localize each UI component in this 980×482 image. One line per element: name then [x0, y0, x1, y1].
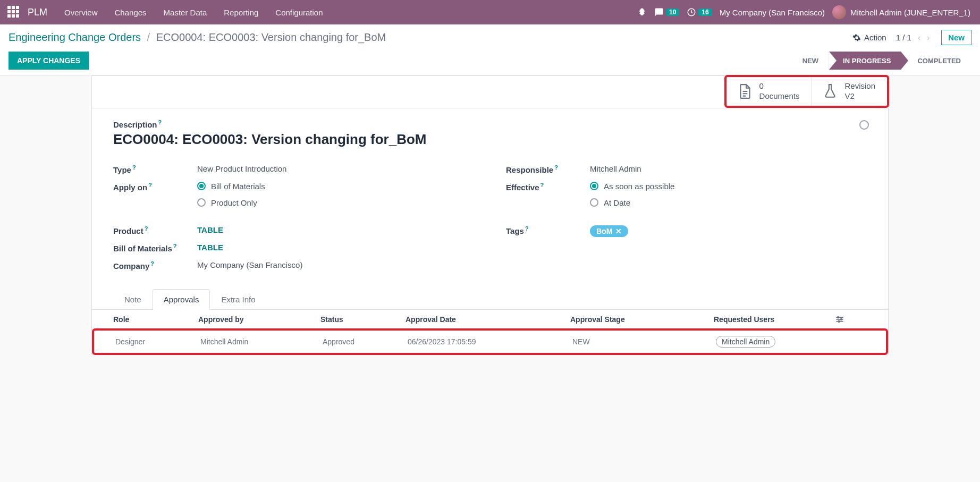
status-bar: APPLY CHANGES NEW IN PROGRESS COMPLETED [0, 48, 980, 75]
stage-flow: NEW IN PROGRESS COMPLETED [789, 52, 971, 70]
stage-completed[interactable]: COMPLETED [901, 52, 971, 70]
nav-menu: Overview Changes Master Data Reporting C… [57, 3, 331, 22]
apply-changes-button[interactable]: APPLY CHANGES [9, 52, 89, 70]
breadcrumb: Engineering Change Orders / ECO0004: ECO… [9, 31, 386, 44]
description-label: Description? [113, 119, 867, 129]
table-row[interactable]: Designer Mitchell Admin Approved 06/26/2… [94, 331, 886, 353]
form-sheet: 0 Documents Revision V2 Descr [91, 75, 889, 354]
user-menu[interactable]: Mitchell Admin (JUNE_ENTER_1) [832, 5, 970, 19]
effective-asap-radio[interactable]: As soon as possible [590, 182, 674, 191]
radio-icon [590, 182, 598, 190]
columns-config-icon[interactable] [835, 316, 867, 323]
radio-icon [197, 198, 206, 207]
tab-extra-info[interactable]: Extra Info [210, 289, 266, 310]
file-icon [738, 83, 752, 99]
nav-master-data[interactable]: Master Data [156, 3, 215, 22]
tab-note[interactable]: Note [113, 289, 153, 310]
nav-overview[interactable]: Overview [57, 3, 105, 22]
cell-date: 06/26/2023 17:05:59 [408, 337, 572, 346]
stage-new[interactable]: NEW [789, 52, 829, 70]
debug-icon[interactable] [637, 7, 647, 17]
nav-configuration[interactable]: Configuration [268, 3, 330, 22]
svg-marker-2 [901, 52, 908, 70]
type-value[interactable]: New Product Introduction [197, 164, 286, 173]
help-icon[interactable]: ? [525, 225, 529, 232]
pager-arrows[interactable]: ‹ › [918, 33, 932, 42]
apply-on-product-radio[interactable]: Product Only [197, 198, 265, 207]
table-header: Role Approved by Status Approval Date Ap… [92, 310, 888, 329]
help-icon[interactable]: ? [145, 225, 148, 232]
messages-badge: 10 [666, 9, 679, 16]
top-navbar: PLM Overview Changes Master Data Reporti… [0, 0, 980, 24]
action-menu[interactable]: Action [852, 33, 886, 42]
help-icon[interactable]: ? [173, 243, 177, 249]
tab-approvals[interactable]: Approvals [153, 289, 210, 310]
control-bar: Engineering Change Orders / ECO0004: ECO… [0, 24, 980, 48]
activities-button[interactable]: 16 [687, 7, 712, 17]
svg-point-4 [838, 316, 839, 318]
cell-status: Approved [323, 337, 408, 346]
svg-marker-3 [829, 52, 837, 70]
apply-on-bom-radio[interactable]: Bill of Materials [197, 182, 265, 191]
nav-changes[interactable]: Changes [107, 3, 154, 22]
radio-icon [590, 198, 598, 207]
effective-at-date-radio[interactable]: At Date [590, 198, 674, 207]
avatar-icon [832, 5, 846, 19]
messages-button[interactable]: 10 [654, 7, 679, 17]
record-title[interactable]: ECO0004: ECO0003: Version changing for_B… [113, 131, 867, 148]
pager: 1 / 1 ‹ › [896, 33, 932, 42]
product-link[interactable]: TABLE [197, 225, 223, 234]
revision-button[interactable]: Revision V2 [811, 77, 887, 106]
app-brand: PLM [28, 7, 47, 18]
documents-button[interactable]: 0 Documents [726, 77, 812, 106]
breadcrumb-root[interactable]: Engineering Change Orders [9, 31, 141, 43]
stage-in-progress[interactable]: IN PROGRESS [829, 52, 901, 70]
gear-icon [852, 33, 861, 42]
cell-approved-by: Mitchell Admin [200, 337, 323, 346]
responsible-value[interactable]: Mitchell Admin [590, 164, 641, 173]
apps-grid-icon[interactable] [7, 6, 20, 19]
new-button[interactable]: New [941, 30, 971, 45]
approval-row-highlight: Designer Mitchell Admin Approved 06/26/2… [92, 328, 888, 355]
tag-remove-icon[interactable]: ✕ [615, 227, 622, 235]
activities-badge: 16 [698, 9, 712, 16]
svg-point-5 [841, 318, 842, 320]
help-icon[interactable]: ? [148, 182, 152, 188]
company-value[interactable]: My Company (San Francisco) [197, 260, 302, 269]
help-icon[interactable]: ? [158, 119, 162, 125]
help-icon[interactable]: ? [132, 164, 136, 171]
cell-role: Designer [115, 337, 200, 346]
svg-point-6 [838, 320, 840, 322]
company-selector[interactable]: My Company (San Francisco) [720, 8, 825, 17]
stat-buttons-highlight: 0 Documents Revision V2 [724, 75, 889, 108]
bom-link[interactable]: TABLE [197, 243, 223, 252]
cell-stage: NEW [572, 337, 716, 346]
notebook-tabs: Note Approvals Extra Info [92, 289, 888, 310]
radio-icon [197, 182, 206, 190]
user-name: Mitchell Admin (JUNE_ENTER_1) [850, 8, 970, 17]
priority-indicator[interactable] [859, 120, 869, 130]
help-icon[interactable]: ? [150, 260, 154, 267]
breadcrumb-current: ECO0004: ECO0003: Version changing for_B… [156, 31, 386, 43]
help-icon[interactable]: ? [540, 182, 544, 188]
flask-icon [823, 83, 837, 99]
nav-reporting[interactable]: Reporting [216, 3, 266, 22]
cell-requested: Mitchell Admin [716, 336, 833, 348]
approvals-table: Role Approved by Status Approval Date Ap… [92, 310, 888, 355]
tag-bom[interactable]: BoM✕ [590, 225, 628, 237]
help-icon[interactable]: ? [554, 164, 558, 171]
